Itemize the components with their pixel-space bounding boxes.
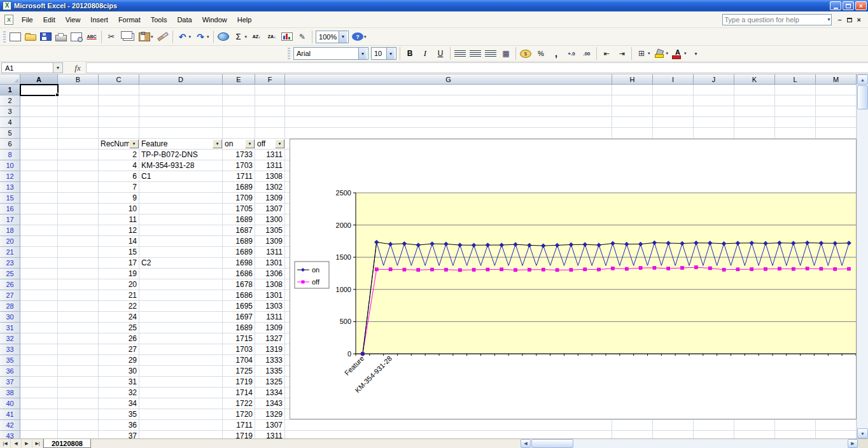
help-button-dropdown-icon[interactable]: ▾ <box>364 34 367 39</box>
align-center-button[interactable] <box>468 46 483 60</box>
cell-C40[interactable]: 34 <box>99 398 139 409</box>
cell-B23[interactable] <box>58 258 99 269</box>
question-box-arrow-icon[interactable]: ▾ <box>827 17 830 22</box>
scroll-down-button[interactable]: ▼ <box>857 428 868 438</box>
cell-B15[interactable] <box>58 193 99 204</box>
cell-E27[interactable]: 1686 <box>223 290 255 301</box>
increase-decimal-button[interactable]: +.0 <box>564 46 579 60</box>
cell-C25[interactable]: 19 <box>99 269 139 279</box>
cell-K5[interactable] <box>734 128 775 139</box>
row-header-1[interactable]: 1 <box>0 85 20 95</box>
cell-B18[interactable] <box>58 225 99 236</box>
decrease-indent-button[interactable]: ⇤ <box>599 46 614 60</box>
cell-H1[interactable] <box>612 85 653 95</box>
cell-D35[interactable] <box>139 355 223 366</box>
menu-item-help[interactable]: Help <box>232 14 257 25</box>
cell-L5[interactable] <box>775 128 816 139</box>
row-header-10[interactable]: 10 <box>0 160 20 171</box>
cell-F13[interactable]: 1302 <box>255 182 285 193</box>
vertical-scrollbar[interactable]: ▲ ▼ <box>857 74 868 438</box>
cell-D41[interactable] <box>139 409 223 420</box>
cell-F16[interactable]: 1307 <box>255 204 285 214</box>
cell-M42[interactable] <box>816 420 857 431</box>
row-header-3[interactable]: 3 <box>0 106 20 117</box>
cell-J2[interactable] <box>694 95 734 106</box>
cell-L43[interactable] <box>775 431 816 438</box>
cell-A25[interactable] <box>20 269 58 279</box>
cell-F28[interactable]: 1303 <box>255 301 285 312</box>
decrease-decimal-button[interactable]: .00 <box>579 46 594 60</box>
align-right-button[interactable] <box>483 46 498 60</box>
cell-M5[interactable] <box>816 128 857 139</box>
cell-E16[interactable]: 1705 <box>223 204 255 214</box>
cell-A20[interactable] <box>20 236 58 247</box>
increase-indent-button[interactable]: ⇥ <box>614 46 629 60</box>
cell-B3[interactable] <box>58 106 99 117</box>
horizontal-scroll-track[interactable] <box>574 439 848 448</box>
sort-ascending-button[interactable]: AZ↓ <box>249 30 264 44</box>
cell-B6[interactable] <box>58 139 99 150</box>
cell-K3[interactable] <box>734 106 775 117</box>
cell-B28[interactable] <box>58 301 99 312</box>
cell-C30[interactable]: 24 <box>99 312 139 323</box>
cell-J4[interactable] <box>694 117 734 128</box>
cell-I4[interactable] <box>653 117 694 128</box>
row-header-8[interactable]: 8 <box>0 150 20 160</box>
cell-L2[interactable] <box>775 95 816 106</box>
cell-C37[interactable]: 31 <box>99 377 139 388</box>
toolbar-options-button[interactable]: ▾ <box>689 46 704 60</box>
column-header-D[interactable]: D <box>139 74 223 85</box>
vertical-scroll-track[interactable] <box>857 110 868 428</box>
cell-E5[interactable] <box>223 128 255 139</box>
name-box-arrow-icon[interactable]: ▾ <box>53 62 63 73</box>
cell-E21[interactable]: 1689 <box>223 247 255 258</box>
menu-item-file[interactable]: File <box>17 14 38 25</box>
filter-dropdown-F6[interactable]: ▾ <box>275 139 284 148</box>
cell-D17[interactable] <box>139 214 223 225</box>
row-header-35[interactable]: 35 <box>0 355 20 366</box>
horizontal-scroll-thumb[interactable] <box>531 439 573 448</box>
save-button[interactable] <box>38 30 53 44</box>
cell-M1[interactable] <box>816 85 857 95</box>
row-header-38[interactable]: 38 <box>0 388 20 398</box>
cell-E42[interactable]: 1711 <box>223 420 255 431</box>
italic-button[interactable]: I <box>417 46 433 60</box>
cell-A3[interactable] <box>20 106 58 117</box>
cell-E1[interactable] <box>223 85 255 95</box>
fill-color-button[interactable]: ▾ <box>652 46 671 60</box>
cell-A18[interactable] <box>20 225 58 236</box>
cell-B38[interactable] <box>58 388 99 398</box>
cell-B4[interactable] <box>58 117 99 128</box>
row-header-6[interactable]: 6 <box>0 139 20 150</box>
row-header-36[interactable]: 36 <box>0 366 20 377</box>
cell-C1[interactable] <box>99 85 139 95</box>
cell-F5[interactable] <box>255 128 285 139</box>
cell-E28[interactable]: 1695 <box>223 301 255 312</box>
cell-E4[interactable] <box>223 117 255 128</box>
bold-button[interactable]: B <box>402 46 417 60</box>
cell-C36[interactable]: 30 <box>99 366 139 377</box>
cell-D26[interactable] <box>139 279 223 290</box>
cell-F26[interactable]: 1308 <box>255 279 285 290</box>
cell-E26[interactable]: 1678 <box>223 279 255 290</box>
cell-J5[interactable] <box>694 128 734 139</box>
cell-C15[interactable]: 9 <box>99 193 139 204</box>
cell-A13[interactable] <box>20 182 58 193</box>
cell-F17[interactable]: 1300 <box>255 214 285 225</box>
row-header-37[interactable]: 37 <box>0 377 20 388</box>
column-header-F[interactable]: F <box>255 74 285 85</box>
cell-E36[interactable]: 1725 <box>223 366 255 377</box>
cell-D16[interactable] <box>139 204 223 214</box>
cell-E40[interactable]: 1722 <box>223 398 255 409</box>
cell-F37[interactable]: 1325 <box>255 377 285 388</box>
cell-F31[interactable]: 1309 <box>255 323 285 333</box>
underline-button[interactable]: U <box>433 46 448 60</box>
cell-B33[interactable] <box>58 344 99 355</box>
currency-button[interactable]: $ <box>518 46 533 60</box>
cell-G2[interactable] <box>285 95 612 106</box>
cell-C4[interactable] <box>99 117 139 128</box>
cell-A31[interactable] <box>20 323 58 333</box>
cut-button[interactable]: ✂ <box>104 30 119 44</box>
row-header-5[interactable]: 5 <box>0 128 20 139</box>
cell-G3[interactable] <box>285 106 612 117</box>
